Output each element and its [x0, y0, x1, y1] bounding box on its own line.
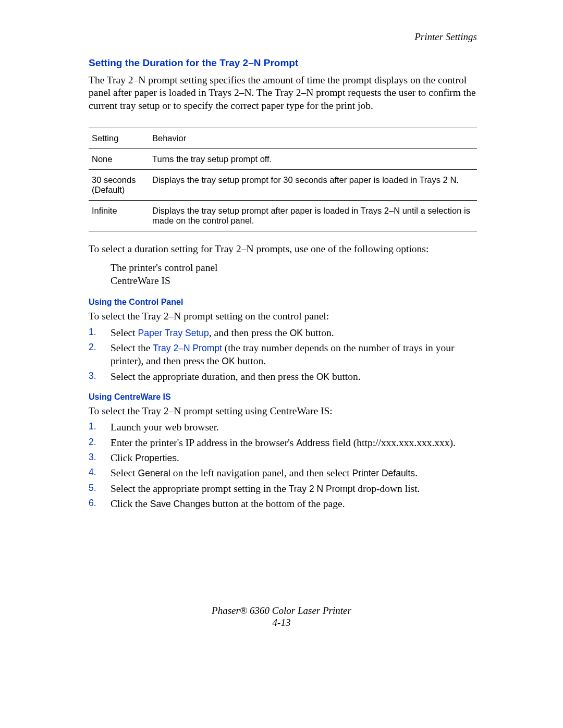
list-item: 2. Enter the printer's IP address in the… — [89, 436, 477, 449]
footer-product: Phaser® 6360 Color Laser Printer — [0, 604, 563, 617]
list-item: 1. Launch your web browser. — [89, 421, 477, 434]
printer-defaults-label: Printer Defaults — [352, 468, 415, 478]
subsection-title: Using the Control Panel — [89, 298, 477, 307]
save-changes-label: Save Changes — [150, 499, 210, 509]
field-label: Address — [296, 438, 329, 448]
options-list: The printer's control panel CentreWare I… — [111, 261, 477, 288]
table-row: None Turns the tray setup prompt off. — [89, 149, 477, 170]
footer-page-number: 4-13 — [0, 616, 563, 629]
page-header-section: Printer Settings — [89, 31, 477, 43]
cell-setting: None — [89, 149, 152, 170]
step-number: 2. — [89, 436, 111, 449]
list-item: 3. Select the appropriate duration, and … — [89, 370, 477, 383]
cw-intro: To select the Tray 2–N prompt setting us… — [89, 405, 477, 417]
step-text: Select the appropriate duration, and the… — [111, 370, 477, 383]
cell-behavior: Turns the tray setup prompt off. — [152, 149, 477, 170]
cp-intro: To select the Tray 2–N prompt setting on… — [89, 310, 477, 323]
cp-steps: 1. Select Paper Tray Setup, and then pre… — [89, 326, 477, 383]
step-text: Select the Tray 2–N Prompt (the tray num… — [111, 341, 477, 368]
list-item: 6. Click the Save Changes button at the … — [89, 497, 477, 510]
cell-setting: 30 seconds (Default) — [89, 170, 152, 201]
cell-setting: Infinite — [89, 201, 152, 231]
general-label: General — [138, 468, 170, 478]
step-text: Select the appropriate prompt setting in… — [111, 482, 477, 495]
ok-button-label: OK — [222, 356, 235, 366]
ok-button-label: OK — [316, 372, 329, 382]
option-item: CentreWare IS — [111, 274, 477, 287]
step-text: Enter the printer's IP address in the br… — [111, 436, 477, 449]
step-number: 6. — [89, 497, 111, 510]
list-item: 5. Select the appropriate prompt setting… — [89, 482, 477, 495]
properties-label: Properties — [135, 453, 177, 463]
table-row: 30 seconds (Default) Displays the tray s… — [89, 170, 477, 201]
list-item: 1. Select Paper Tray Setup, and then pre… — [89, 326, 477, 339]
step-number: 1. — [89, 326, 111, 339]
step-number: 2. — [89, 341, 111, 368]
settings-table: Setting Behavior None Turns the tray set… — [89, 128, 477, 231]
ok-button-label: OK — [290, 328, 303, 338]
step-number: 3. — [89, 370, 111, 383]
cell-behavior: Displays the tray setup prompt after pap… — [152, 201, 477, 231]
step-number: 3. — [89, 451, 111, 464]
step-number: 4. — [89, 466, 111, 479]
step-text: Select Paper Tray Setup, and then press … — [111, 326, 477, 339]
list-item: 4. Select General on the left navigation… — [89, 466, 477, 479]
list-item: 3. Click Properties. — [89, 451, 477, 464]
col-header-setting: Setting — [89, 128, 152, 149]
table-header-row: Setting Behavior — [89, 128, 477, 149]
page: Printer Settings Setting the Duration fo… — [0, 0, 563, 728]
option-item: The printer's control panel — [111, 261, 477, 274]
cell-behavior: Displays the tray setup prompt for 30 se… — [152, 170, 477, 201]
step-text: Click the Save Changes button at the bot… — [111, 497, 477, 510]
subsection-title: Using CentreWare IS — [89, 392, 477, 402]
table-row: Infinite Displays the tray setup prompt … — [89, 201, 477, 231]
col-header-behavior: Behavior — [152, 128, 477, 149]
step-text: Launch your web browser. — [111, 421, 477, 434]
cw-steps: 1. Launch your web browser. 2. Enter the… — [89, 421, 477, 510]
step-text: Click Properties. — [111, 451, 477, 464]
page-footer: Phaser® 6360 Color Laser Printer 4-13 — [0, 604, 563, 630]
step-number: 1. — [89, 421, 111, 434]
step-text: Select General on the left navigation pa… — [111, 466, 477, 479]
menu-item: Paper Tray Setup — [138, 328, 209, 338]
select-intro: To select a duration setting for Tray 2–… — [89, 243, 477, 255]
menu-item: Tray 2–N Prompt — [153, 343, 222, 353]
list-item: 2. Select the Tray 2–N Prompt (the tray … — [89, 341, 477, 368]
dropdown-label: Tray 2 N Prompt — [289, 484, 356, 494]
step-number: 5. — [89, 482, 111, 495]
section-title: Setting the Duration for the Tray 2–N Pr… — [89, 57, 477, 69]
intro-paragraph: The Tray 2–N prompt setting specifies th… — [89, 74, 477, 112]
